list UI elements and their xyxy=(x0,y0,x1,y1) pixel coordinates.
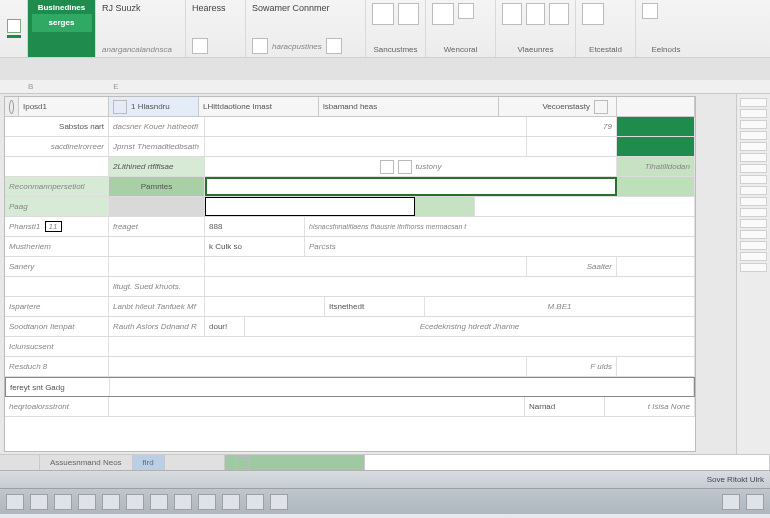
side-slot[interactable] xyxy=(740,153,767,162)
grid[interactable]: Iposd1 1 Hlasndru LHittdaotione Imast ls… xyxy=(4,96,696,452)
cell[interactable]: Iclunsucsent xyxy=(5,337,109,356)
cell[interactable]: 79 xyxy=(527,117,617,136)
select-all-corner[interactable] xyxy=(5,97,19,116)
cell[interactable] xyxy=(5,157,109,176)
sheet-tab-active[interactable]: fird xyxy=(133,455,165,470)
cell[interactable]: Reconmannpersetiotl xyxy=(5,177,109,196)
side-slot[interactable] xyxy=(740,120,767,129)
ribbon-btn-icon[interactable] xyxy=(502,3,522,25)
task-button[interactable] xyxy=(246,494,264,510)
ribbon-btn-icon[interactable] xyxy=(252,38,268,54)
cell[interactable] xyxy=(205,297,325,316)
cell[interactable]: Tihatilldodan xyxy=(617,157,695,176)
ribbon-btn-icon[interactable] xyxy=(326,38,342,54)
col-header-f[interactable] xyxy=(617,97,695,116)
cell[interactable]: dacsner Kouer hatheotfi xyxy=(109,117,205,136)
cell[interactable]: k Culk so xyxy=(205,237,305,256)
cell[interactable] xyxy=(205,197,415,216)
task-button[interactable] xyxy=(174,494,192,510)
ribbon-btn-icon[interactable] xyxy=(192,38,208,54)
cell[interactable]: Jprnst Themadtledbsath xyxy=(109,137,205,156)
cell[interactable]: dour! xyxy=(205,317,245,336)
task-button[interactable] xyxy=(222,494,240,510)
cell[interactable]: Narnad xyxy=(525,397,605,416)
cell[interactable]: Sanery xyxy=(5,257,109,276)
cell[interactable] xyxy=(617,117,695,136)
table-row[interactable]: fereyt snt Gadg xyxy=(5,377,695,397)
task-button[interactable] xyxy=(198,494,216,510)
active-cell[interactable] xyxy=(205,177,617,196)
task-button[interactable] xyxy=(6,494,24,510)
cell[interactable]: Soodtanon Itenpat xyxy=(5,317,109,336)
side-slot[interactable] xyxy=(740,252,767,261)
cell[interactable]: litugt. Sued khuots. xyxy=(109,277,205,296)
sheet-tab[interactable] xyxy=(225,455,365,470)
cell[interactable] xyxy=(205,277,695,296)
col-header-a[interactable]: Iposd1 xyxy=(19,97,109,116)
table-row[interactable]: heqrtoalorsstront Narnad t Isisa None xyxy=(5,397,695,417)
ribbon-btn-icon[interactable] xyxy=(549,3,569,25)
cell[interactable] xyxy=(109,197,205,216)
table-row[interactable]: 2Lithined rtflfisae tustony Tihatilldoda… xyxy=(5,157,695,177)
cell[interactable]: Parcsts xyxy=(305,237,695,256)
task-button[interactable] xyxy=(54,494,72,510)
cell[interactable] xyxy=(617,137,695,156)
cell[interactable]: tustony xyxy=(205,157,617,176)
side-slot[interactable] xyxy=(740,241,767,250)
cell[interactable]: Saalter xyxy=(527,257,617,276)
ribbon-btn-icon[interactable] xyxy=(458,3,474,19)
cell[interactable]: M.BE1 xyxy=(425,297,695,316)
cell[interactable] xyxy=(5,277,109,296)
cell[interactable] xyxy=(617,257,695,276)
ribbon-btn-icon[interactable] xyxy=(642,3,658,19)
tray-button[interactable] xyxy=(722,494,740,510)
task-button[interactable] xyxy=(78,494,96,510)
side-slot[interactable] xyxy=(740,208,767,217)
cell[interactable]: Sabstos nart xyxy=(5,117,109,136)
ribbon-btn-icon[interactable] xyxy=(398,3,420,25)
table-row[interactable]: sacdinelrorreer Jprnst Themadtledbsath xyxy=(5,137,695,157)
table-row[interactable]: Sabstos nart dacsner Kouer hatheotfi 79 xyxy=(5,117,695,137)
col-header-e[interactable]: Vecoenstasty xyxy=(499,97,617,116)
cell[interactable] xyxy=(110,378,694,396)
cell[interactable] xyxy=(205,137,527,156)
table-row[interactable]: Reconmannpersetiotl Pamntes xyxy=(5,177,695,197)
col-header-d[interactable]: lsbamand heas xyxy=(319,97,499,116)
cell[interactable] xyxy=(109,337,695,356)
table-row[interactable]: Ispartere Lanbt hileut Tanfuek Mf Itsnet… xyxy=(5,297,695,317)
cell[interactable]: heqrtoalorsstront xyxy=(5,397,109,416)
table-row[interactable]: Mustheriem k Culk so Parcsts xyxy=(5,237,695,257)
table-row[interactable]: Soodtanon Itenpat Rauth Aslors Ddnand R … xyxy=(5,317,695,337)
task-button[interactable] xyxy=(126,494,144,510)
cell[interactable]: F ulds xyxy=(527,357,617,376)
cell[interactable] xyxy=(527,137,617,156)
side-slot[interactable] xyxy=(740,142,767,151)
task-button[interactable] xyxy=(30,494,48,510)
side-slot[interactable] xyxy=(740,164,767,173)
side-slot[interactable] xyxy=(740,131,767,140)
cell[interactable]: Phansti1 11 xyxy=(5,217,109,236)
cell[interactable]: Pamntes xyxy=(109,177,205,196)
task-button[interactable] xyxy=(102,494,120,510)
cell[interactable]: sacdinelrorreer xyxy=(5,137,109,156)
cell[interactable]: Mustheriem xyxy=(5,237,109,256)
cell[interactable]: Ispartere xyxy=(5,297,109,316)
sheet-tab-blank[interactable] xyxy=(365,455,770,470)
ribbon-btn-icon[interactable] xyxy=(582,3,604,25)
filter-icon[interactable] xyxy=(594,100,608,114)
sheet-tab[interactable] xyxy=(165,455,225,470)
cell[interactable]: hlsnacsfnnatitlaens fhausrie itnfhorss m… xyxy=(305,217,695,236)
side-slot[interactable] xyxy=(740,197,767,206)
cell[interactable] xyxy=(205,257,527,276)
side-slot[interactable] xyxy=(740,219,767,228)
cell[interactable] xyxy=(475,197,695,216)
ribbon-btn-icon[interactable] xyxy=(432,3,454,25)
cell[interactable]: Rauth Aslors Ddnand R xyxy=(109,317,205,336)
cell[interactable] xyxy=(415,197,475,216)
tab-nav[interactable] xyxy=(0,455,40,470)
cell[interactable]: t Isisa None xyxy=(605,397,695,416)
side-slot[interactable] xyxy=(740,109,767,118)
cell[interactable] xyxy=(109,357,527,376)
cell[interactable]: 888 xyxy=(205,217,305,236)
side-slot[interactable] xyxy=(740,263,767,272)
